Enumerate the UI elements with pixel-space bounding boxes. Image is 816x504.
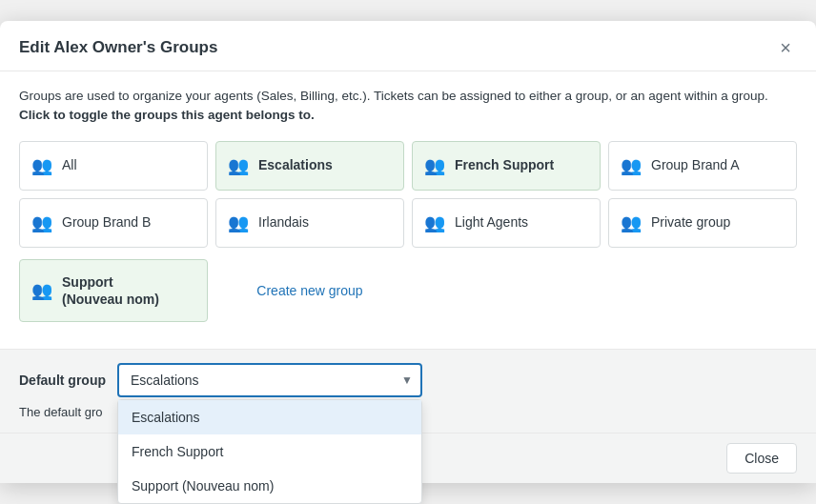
create-new-group-link[interactable]: Create new group [256,283,362,298]
modal-title: Edit Alex Owner's Groups [19,38,217,57]
dropdown-item-french-support[interactable]: French Support [118,434,421,469]
group-tile-french-support[interactable]: 👥 French Support [412,141,601,191]
group-label: Private group [651,213,730,231]
group-icon: 👥 [31,212,52,233]
group-icon: 👥 [424,212,445,233]
group-label: Escalations [258,156,333,173]
group-icon: 👥 [228,155,249,176]
group-icon: 👥 [31,280,52,301]
groups-grid: 👥 All 👥 Escalations 👥 French Support 👥 G… [19,141,797,248]
group-icon: 👥 [621,155,642,176]
description-text: Groups are used to organize your agents … [19,87,797,126]
dropdown-menu: Escalations French Support Support (Nouv… [117,399,422,504]
group-label: French Support [455,156,554,173]
dropdown-item-support[interactable]: Support (Nouveau nom) [118,469,421,503]
group-icon: 👥 [228,212,249,233]
group-label: Group Brand B [62,213,151,231]
modal-close-button[interactable]: × [774,36,797,59]
description-bold: Click to toggle the groups this agent be… [19,108,315,122]
modal-header: Edit Alex Owner's Groups × [0,21,816,71]
default-group-row: Default group Escalations French Support… [19,363,797,397]
default-group-label: Default group [19,373,106,388]
group-tile-private-group[interactable]: 👥 Private group [608,198,797,248]
group-label: Group Brand A [651,156,740,173]
description-plain: Groups are used to organize your agents … [19,89,768,103]
select-wrapper: Escalations French Support Support (Nouv… [117,363,422,397]
group-label: Irlandais [258,213,309,231]
group-tile-light-agents[interactable]: 👥 Light Agents [412,198,601,248]
create-link-container: Create new group [215,283,404,298]
default-group-select[interactable]: Escalations French Support Support (Nouv… [117,363,422,397]
group-tile-escalations[interactable]: 👥 Escalations [215,141,404,191]
group-label: Support(Nouveau nom) [62,273,159,308]
group-tile-group-brand-a[interactable]: 👥 Group Brand A [608,141,797,191]
group-icon: 👥 [621,212,642,233]
groups-bottom-row: 👥 Support(Nouveau nom) Create new group [19,259,797,322]
group-tile-irlandais[interactable]: 👥 Irlandais [215,198,404,248]
group-tile-support[interactable]: 👥 Support(Nouveau nom) [19,259,208,322]
dropdown-item-escalations[interactable]: Escalations [118,400,421,434]
modal-body: Groups are used to organize your agents … [0,71,816,349]
group-label: Light Agents [455,213,528,231]
group-tile-group-brand-b[interactable]: 👥 Group Brand B [19,198,208,248]
group-tile-all[interactable]: 👥 All [19,141,208,191]
group-icon: 👥 [424,155,445,176]
group-icon: 👥 [31,155,52,176]
group-label: All [62,156,77,173]
close-footer-button[interactable]: Close [726,443,797,474]
bottom-section: Default group Escalations French Support… [0,349,816,433]
